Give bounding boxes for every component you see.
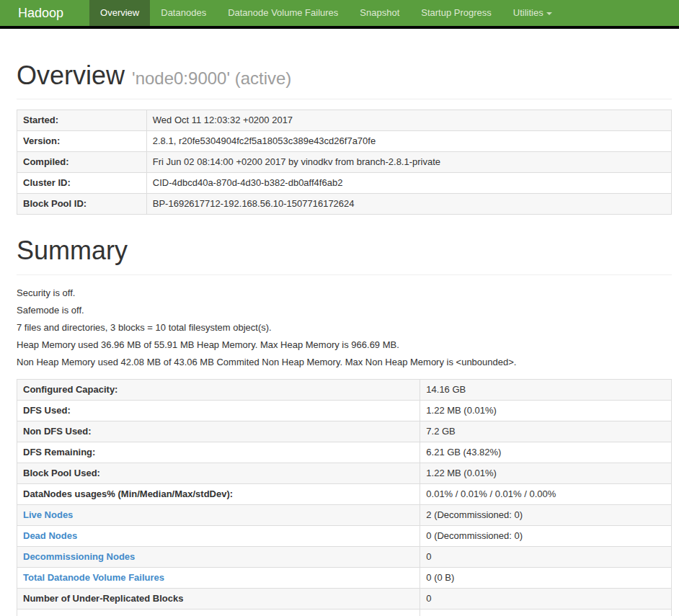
brand-hadoop: Hadoop — [0, 0, 76, 26]
security-status: Security is off. — [17, 287, 672, 300]
nav-tab-overview[interactable]: Overview — [89, 0, 150, 26]
row-label: Cluster ID: — [17, 173, 147, 194]
row-value: CID-4dbcd40a-870d-4d30-b382-db0aff4f6ab2 — [146, 173, 671, 194]
row-value: 1.22 MB (0.01%) — [420, 463, 672, 483]
table-row: Block Pool ID: BP-1692617712-192.168.56.… — [17, 194, 672, 215]
nav-tab-snapshot[interactable]: Snapshot — [349, 0, 410, 26]
row-label: Compiled: — [17, 152, 147, 173]
row-value: 0.01% / 0.01% / 0.01% / 0.00% — [420, 483, 672, 504]
table-row: Block Pool Used: 1.22 MB (0.01%) — [17, 463, 672, 483]
nav-tab-datanode-volume-failures[interactable]: Datanode Volume Failures — [217, 0, 349, 26]
overview-title-text: Overview — [17, 61, 125, 90]
row-label: DFS Used: — [17, 400, 420, 421]
caret-down-icon — [546, 12, 552, 15]
row-value: 1.22 MB (0.01%) — [420, 400, 672, 421]
row-value: BP-1692617712-192.168.56.10-150771617262… — [146, 194, 671, 215]
row-label: Configured Capacity: — [17, 379, 420, 400]
table-row: Compiled: Fri Jun 02 08:14:00 +0200 2017… — [17, 152, 672, 173]
row-label: Live Nodes — [17, 504, 420, 525]
row-value: 6.21 GB (43.82%) — [420, 442, 672, 463]
summary-table: Configured Capacity: 14.16 GB DFS Used: … — [17, 379, 672, 616]
table-row: DataNodes usages% (Min/Median/Max/stdDev… — [17, 483, 672, 504]
row-label: Started: — [17, 110, 147, 131]
total-datanode-volume-failures-link[interactable]: Total Datanode Volume Failures — [23, 572, 164, 583]
navbar-menu: Overview Datanodes Datanode Volume Failu… — [89, 0, 563, 26]
divider — [17, 274, 672, 275]
table-row: Live Nodes 2 (Decommissioned: 0) — [17, 504, 672, 525]
table-row: Total Datanode Volume Failures 0 (0 B) — [17, 567, 672, 588]
table-row: Decommissioning Nodes 0 — [17, 546, 672, 567]
table-row: Dead Nodes 0 (Decommissioned: 0) — [17, 525, 672, 546]
table-row: Non DFS Used: 7.2 GB — [17, 421, 672, 442]
table-row: Configured Capacity: 14.16 GB — [17, 379, 672, 400]
table-row: Cluster ID: CID-4dbcd40a-870d-4d30-b382-… — [17, 173, 672, 194]
row-label: Number of Under-Replicated Blocks — [17, 588, 420, 609]
dead-nodes-link[interactable]: Dead Nodes — [23, 530, 77, 541]
row-label: DFS Remaining: — [17, 442, 420, 463]
page-content: Overview 'node0:9000' (active) Started: … — [0, 61, 679, 616]
non-heap-memory-status: Non Heap Memory used 42.08 MB of 43.06 M… — [17, 356, 672, 369]
nav-tab-utilities-dropdown[interactable]: Utilities — [502, 0, 563, 26]
divider — [17, 99, 672, 99]
row-label: Block Pool Used: — [17, 463, 420, 483]
table-row: DFS Used: 1.22 MB (0.01%) — [17, 400, 672, 421]
nav-tab-datanodes[interactable]: Datanodes — [150, 0, 217, 26]
row-label: Version: — [17, 131, 147, 152]
row-value: Fri Jun 02 08:14:00 +0200 2017 by vinodk… — [146, 152, 671, 173]
filesystem-objects-status: 7 files and directories, 3 blocks = 10 t… — [17, 321, 672, 334]
live-nodes-link[interactable]: Live Nodes — [23, 509, 73, 520]
page-title-summary: Summary — [17, 236, 672, 265]
table-row: Version: 2.8.1, r20fe5304904fc2f5a18053c… — [17, 131, 672, 152]
row-label: Number of Blocks Pending Deletion — [17, 609, 420, 616]
cluster-info-table: Started: Wed Oct 11 12:03:32 +0200 2017 … — [17, 110, 672, 215]
table-row: DFS Remaining: 6.21 GB (43.82%) — [17, 442, 672, 463]
row-label: Dead Nodes — [17, 525, 420, 546]
row-value: 7.2 GB — [420, 421, 672, 442]
table-row: Started: Wed Oct 11 12:03:32 +0200 2017 — [17, 110, 672, 131]
nav-tab-utilities-label: Utilities — [513, 7, 543, 18]
row-value: 14.16 GB — [420, 379, 672, 400]
table-row: Number of Under-Replicated Blocks 0 — [17, 588, 672, 609]
page-title-overview: Overview 'node0:9000' (active) — [17, 61, 672, 90]
decommissioning-nodes-link[interactable]: Decommissioning Nodes — [23, 551, 135, 562]
row-label: Total Datanode Volume Failures — [17, 567, 420, 588]
row-value: 0 — [420, 609, 672, 616]
row-value: 0 (0 B) — [420, 567, 672, 588]
row-label: Decommissioning Nodes — [17, 546, 420, 567]
top-navbar: Hadoop Overview Datanodes Datanode Volum… — [0, 0, 679, 29]
row-value: 2.8.1, r20fe5304904fc2f5a18053c389e43cd2… — [146, 131, 671, 152]
row-label: Non DFS Used: — [17, 421, 420, 442]
safemode-status: Safemode is off. — [17, 304, 672, 317]
table-row: Number of Blocks Pending Deletion 0 — [17, 609, 672, 616]
row-label: DataNodes usages% (Min/Median/Max/stdDev… — [17, 483, 420, 504]
summary-status-text: Security is off. Safemode is off. 7 file… — [17, 287, 672, 369]
row-value: 0 — [420, 546, 672, 567]
row-value: 2 (Decommissioned: 0) — [420, 504, 672, 525]
row-value: 0 (Decommissioned: 0) — [420, 525, 672, 546]
row-value: Wed Oct 11 12:03:32 +0200 2017 — [146, 110, 671, 131]
namenode-address-label: 'node0:9000' (active) — [132, 68, 291, 88]
row-label: Block Pool ID: — [17, 194, 147, 215]
row-value: 0 — [420, 588, 672, 609]
heap-memory-status: Heap Memory used 36.96 MB of 55.91 MB He… — [17, 339, 672, 352]
nav-tab-startup-progress[interactable]: Startup Progress — [410, 0, 502, 26]
